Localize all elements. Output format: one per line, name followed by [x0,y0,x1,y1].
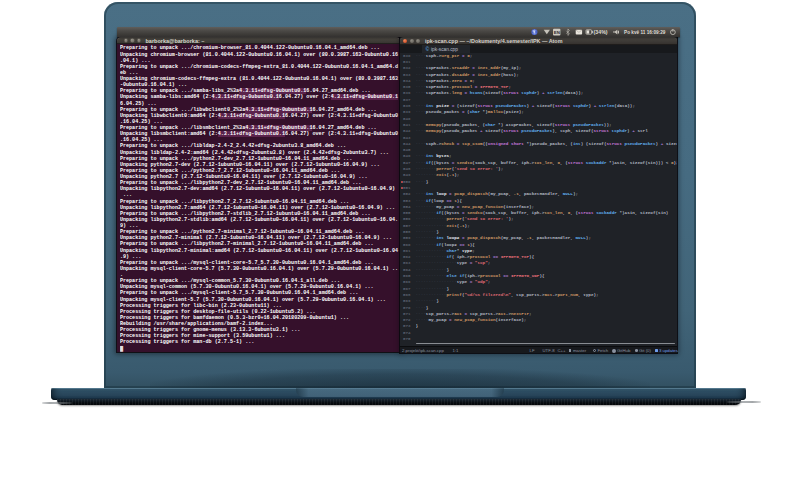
svg-text:EN: EN [553,29,559,34]
svg-text:(34%): (34%) [593,28,607,34]
svg-text:Po kvě 11 16:09:29: Po kvě 11 16:09:29 [624,28,665,34]
